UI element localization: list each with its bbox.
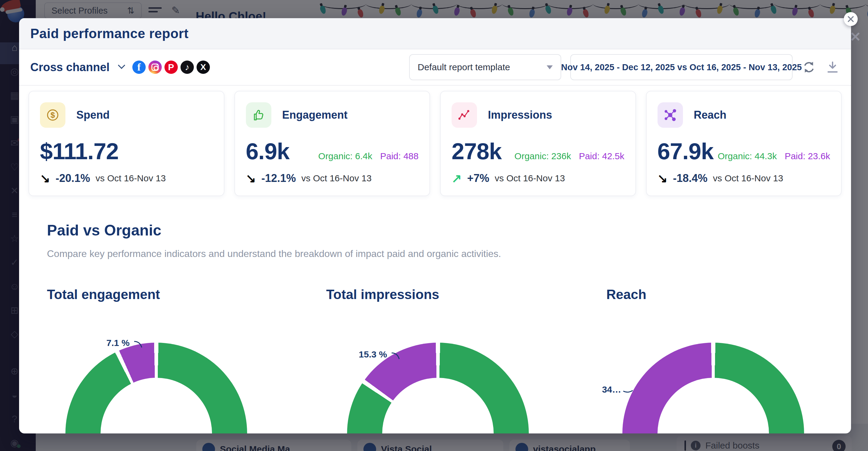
app-root: Select Profiles ⇅ ✎ Hello Chloe! ⌂◎▦▣✉♡✕… xyxy=(0,0,868,451)
modal-header: Paid performance report xyxy=(19,18,851,49)
kpi-compare-period: vs Oct 16-Nov 13 xyxy=(495,173,565,184)
date-range-button[interactable]: Nov 14, 2025 - Dec 12, 2025 vs Oct 16, 2… xyxy=(570,54,793,80)
label-leader-line xyxy=(622,387,634,395)
kpi-organic-value: Organic: 44.3k xyxy=(718,151,777,161)
network-icon xyxy=(657,102,683,128)
tiktok-icon[interactable]: ♪ xyxy=(181,61,194,74)
background-close-icon: ✕ xyxy=(850,29,861,44)
kpi-compare-period: vs Oct 16-Nov 13 xyxy=(713,173,783,184)
date-range-value: Nov 14, 2025 - Dec 12, 2025 vs Oct 16, 2… xyxy=(561,62,802,72)
kpi-change: -20.1% xyxy=(56,172,90,185)
dollar-coin-icon: $ xyxy=(40,102,65,128)
kpi-card-spend: $ Spend $111.72 ↘ -20.1% vs Oct 16-Nov 1… xyxy=(28,91,224,196)
trend-down-arrow-icon: ↘ xyxy=(246,172,256,184)
kpi-value: 278k xyxy=(452,138,501,164)
paid-percent-label: 7.1 % xyxy=(106,338,130,348)
report-template-select[interactable]: Default report template xyxy=(409,54,561,80)
download-button[interactable] xyxy=(825,60,840,74)
channel-selector-label[interactable]: Cross channel xyxy=(30,61,110,74)
pinterest-icon[interactable]: P xyxy=(164,61,178,74)
kpi-label: Spend xyxy=(76,109,110,121)
svg-text:$: $ xyxy=(51,110,55,120)
chevron-down-icon[interactable] xyxy=(118,61,125,69)
label-leader-line xyxy=(133,340,145,349)
donut-chart-total-impressions: 15.3 % xyxy=(347,343,529,433)
facebook-icon[interactable]: f xyxy=(132,61,146,74)
kpi-change: -18.4% xyxy=(673,172,708,185)
kpi-paid-value: Paid: 488 xyxy=(380,151,418,161)
donut-chart-total-engagement: 7.1 % xyxy=(65,343,247,433)
caret-down-icon xyxy=(547,65,553,69)
trend-up-arrow-icon: ↗ xyxy=(452,172,462,184)
kpi-change: +7% xyxy=(467,172,489,185)
kpi-value: 6.9k xyxy=(246,138,289,164)
kpi-change: -12.1% xyxy=(261,172,296,185)
kpi-label: Engagement xyxy=(282,109,348,121)
thumbs-up-icon xyxy=(246,102,271,128)
donut-chart-reach: 34… xyxy=(622,343,804,433)
kpi-compare-period: vs Oct 16-Nov 13 xyxy=(301,173,372,184)
kpi-value: 67.9k xyxy=(657,138,714,164)
kpi-card-impressions: Impressions 278k Organic: 236k Paid: 42.… xyxy=(440,91,636,196)
refresh-button[interactable] xyxy=(802,60,816,74)
paid-percent-label: 15.3 % xyxy=(359,349,387,360)
chart-title-reach: Reach xyxy=(606,287,646,302)
kpi-cards-row: $ Spend $111.72 ↘ -20.1% vs Oct 16-Nov 1… xyxy=(28,91,842,196)
refresh-icon xyxy=(802,60,816,74)
kpi-value: $111.72 xyxy=(40,138,118,164)
paid-vs-organic-charts: Total engagement Total impressions Reach… xyxy=(19,287,851,433)
pulse-line-icon xyxy=(452,102,477,128)
kpi-label: Impressions xyxy=(488,109,552,121)
report-controls-row: Cross channel f P ♪ X Default report tem… xyxy=(19,49,851,86)
trend-down-arrow-icon: ↘ xyxy=(40,172,50,184)
modal-close-button[interactable] xyxy=(844,12,858,26)
close-icon xyxy=(847,16,854,23)
kpi-card-engagement: Engagement 6.9k Organic: 6.4k Paid: 488 … xyxy=(235,91,430,196)
kpi-organic-value: Organic: 6.4k xyxy=(318,151,372,161)
chart-title-total-engagement: Total engagement xyxy=(47,287,160,302)
trend-down-arrow-icon: ↘ xyxy=(657,172,668,184)
section-title: Paid vs Organic xyxy=(47,222,161,239)
modal-title: Paid performance report xyxy=(30,26,189,41)
report-template-value: Default report template xyxy=(417,62,510,72)
label-leader-line xyxy=(391,352,402,361)
kpi-label: Reach xyxy=(694,109,726,121)
x-twitter-icon[interactable]: X xyxy=(196,61,210,74)
kpi-paid-value: Paid: 42.5k xyxy=(579,151,624,161)
kpi-paid-value: Paid: 23.6k xyxy=(785,151,830,161)
kpi-organic-value: Organic: 236k xyxy=(515,151,571,161)
paid-percent-label: 34… xyxy=(602,384,621,395)
section-subtitle: Compare key performance indicators and u… xyxy=(47,248,501,259)
paid-performance-report-modal: Paid performance report Cross channel f … xyxy=(19,18,851,433)
instagram-icon[interactable] xyxy=(148,61,162,74)
channel-network-icons: f P ♪ X xyxy=(132,61,210,74)
kpi-card-reach: Reach 67.9k Organic: 44.3k Paid: 23.6k ↘… xyxy=(646,91,842,196)
kpi-compare-period: vs Oct 16-Nov 13 xyxy=(96,173,166,184)
chart-title-total-impressions: Total impressions xyxy=(326,287,439,302)
download-icon xyxy=(826,60,840,74)
